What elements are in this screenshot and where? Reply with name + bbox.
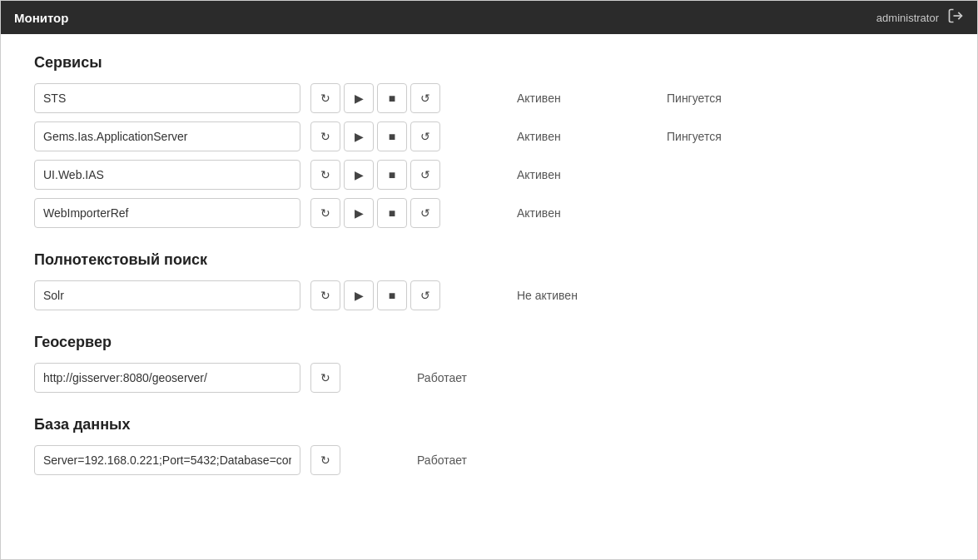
stop-icon: ■ — [389, 92, 395, 105]
refresh-icon: ↻ — [320, 453, 330, 467]
service-status-area: Активен Пингуется — [450, 92, 944, 105]
refresh-icon: ↻ — [320, 289, 330, 302]
sync-icon: ↺ — [420, 289, 430, 302]
service-name-input[interactable] — [34, 363, 300, 393]
stop-button[interactable]: ■ — [377, 121, 407, 151]
service-name-input[interactable] — [34, 280, 300, 310]
play-button[interactable]: ▶ — [344, 160, 374, 190]
play-button[interactable]: ▶ — [344, 83, 374, 113]
stop-icon: ■ — [389, 168, 395, 181]
refresh-icon: ↻ — [320, 92, 330, 105]
topbar-right: administrator — [876, 7, 964, 28]
refresh-icon: ↻ — [320, 371, 330, 384]
play-icon: ▶ — [355, 289, 364, 302]
sync-icon: ↺ — [420, 168, 430, 181]
service-name-input[interactable] — [34, 83, 300, 113]
list-item: ↻ ▶ ■ ↺ Активен — [34, 160, 944, 190]
database-section: База данных ↻ Работает — [34, 416, 944, 475]
service-status-area: Работает — [350, 371, 944, 384]
play-icon: ▶ — [355, 92, 364, 105]
play-icon: ▶ — [355, 168, 364, 181]
geoserver-title: Геосервер — [34, 334, 944, 351]
status-badge: Работает — [417, 453, 500, 467]
refresh-button[interactable]: ↻ — [310, 445, 340, 475]
play-button[interactable]: ▶ — [344, 121, 374, 151]
service-btn-group: ↻ ▶ ■ ↺ — [310, 280, 440, 310]
sync-button[interactable]: ↺ — [410, 160, 440, 190]
service-status-area: Активен — [450, 168, 944, 181]
sync-button[interactable]: ↺ — [410, 280, 440, 310]
geoserver-section: Геосервер ↻ Работает — [34, 334, 944, 393]
topbar: Монитор administrator — [1, 1, 977, 34]
service-status-area: Активен — [450, 206, 944, 220]
fulltext-title: Полнотекстовый поиск — [34, 251, 944, 269]
refresh-button[interactable]: ↻ — [310, 83, 340, 113]
list-item: ↻ ▶ ■ ↺ Не активен — [34, 280, 944, 310]
stop-icon: ■ — [389, 289, 395, 302]
list-item: ↻ Работает — [34, 363, 944, 393]
ping-label: Пингуется — [667, 130, 722, 143]
status-badge: Активен — [517, 92, 600, 105]
stop-button[interactable]: ■ — [377, 83, 407, 113]
play-button[interactable]: ▶ — [344, 280, 374, 310]
sync-button[interactable]: ↺ — [410, 83, 440, 113]
services-title: Сервисы — [34, 54, 944, 72]
service-name-input[interactable] — [34, 121, 300, 151]
main-content: Сервисы ↻ ▶ ■ ↺ — [1, 34, 977, 559]
status-badge: Активен — [517, 130, 600, 143]
list-item: ↻ ▶ ■ ↺ Активен Пингуется — [34, 121, 944, 151]
play-button[interactable]: ▶ — [344, 198, 374, 228]
service-btn-group: ↻ ▶ ■ ↺ — [310, 160, 440, 190]
refresh-button[interactable]: ↻ — [310, 160, 340, 190]
refresh-button[interactable]: ↻ — [310, 198, 340, 228]
refresh-button[interactable]: ↻ — [310, 121, 340, 151]
service-name-input[interactable] — [34, 160, 300, 190]
sync-icon: ↺ — [420, 92, 430, 105]
list-item: ↻ ▶ ■ ↺ Активен — [34, 198, 944, 228]
service-btn-group: ↻ ▶ ■ ↺ — [310, 121, 440, 151]
stop-icon: ■ — [389, 206, 395, 220]
services-section: Сервисы ↻ ▶ ■ ↺ — [34, 54, 944, 228]
play-icon: ▶ — [355, 130, 364, 143]
database-title: База данных — [34, 416, 944, 434]
service-name-input[interactable] — [34, 198, 300, 228]
topbar-user: administrator — [876, 12, 939, 24]
sync-button[interactable]: ↺ — [410, 198, 440, 228]
refresh-icon: ↻ — [320, 206, 330, 220]
service-status-area: Не активен — [450, 289, 944, 302]
service-btn-group: ↻ ▶ ■ ↺ — [310, 83, 440, 113]
refresh-button[interactable]: ↻ — [310, 280, 340, 310]
status-badge: Активен — [517, 206, 600, 220]
status-badge: Не активен — [517, 289, 600, 302]
sync-button[interactable]: ↺ — [410, 121, 440, 151]
status-badge: Работает — [417, 371, 500, 384]
list-item: ↻ Работает — [34, 445, 944, 475]
stop-icon: ■ — [389, 130, 395, 143]
sync-icon: ↺ — [420, 206, 430, 220]
fulltext-section: Полнотекстовый поиск ↻ ▶ ■ ↺ — [34, 251, 944, 310]
app-title: Монитор — [14, 11, 68, 25]
stop-button[interactable]: ■ — [377, 280, 407, 310]
ping-label: Пингуется — [667, 92, 722, 105]
play-icon: ▶ — [355, 206, 364, 220]
service-name-input[interactable] — [34, 445, 300, 475]
refresh-icon: ↻ — [320, 168, 330, 181]
stop-button[interactable]: ■ — [377, 198, 407, 228]
sync-icon: ↺ — [420, 130, 430, 143]
service-btn-group: ↻ ▶ ■ ↺ — [310, 198, 440, 228]
list-item: ↻ ▶ ■ ↺ Активен Пингуется — [34, 83, 944, 113]
app-window: Монитор administrator Сервисы — [0, 0, 978, 560]
logout-icon[interactable] — [947, 7, 964, 28]
service-status-area: Активен Пингуется — [450, 130, 944, 143]
refresh-button[interactable]: ↻ — [310, 363, 340, 393]
refresh-icon: ↻ — [320, 130, 330, 143]
stop-button[interactable]: ■ — [377, 160, 407, 190]
status-badge: Активен — [517, 168, 600, 181]
service-status-area: Работает — [350, 453, 944, 467]
